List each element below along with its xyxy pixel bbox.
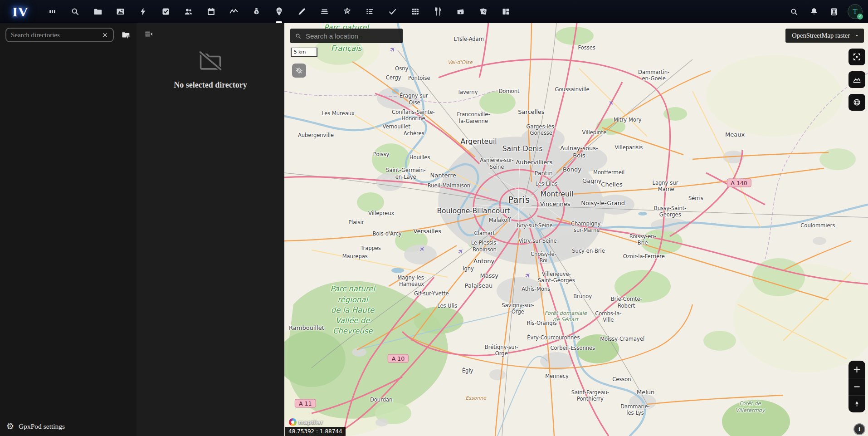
active-app-indicator xyxy=(276,21,282,23)
unified-search-icon[interactable] xyxy=(784,0,804,23)
active-app-indicator xyxy=(117,21,123,23)
directory-panel: No selected directory xyxy=(137,23,284,436)
app-notes-icon[interactable] xyxy=(290,0,313,23)
app-memories-icon[interactable] xyxy=(472,0,494,23)
app-photos-icon[interactable] xyxy=(109,0,132,23)
maptiler-wordmark: maptiler xyxy=(298,419,323,426)
app-deck-icon[interactable] xyxy=(313,0,336,23)
app-boards-icon[interactable] xyxy=(494,0,517,23)
active-app-indicator xyxy=(366,21,373,23)
app-contacts-icon[interactable] xyxy=(177,0,200,23)
attribution-info-icon[interactable]: i xyxy=(853,423,865,435)
contacts-menu-icon[interactable] xyxy=(824,0,844,23)
gpxpod-settings-button[interactable]: ⚙ GpxPod settings xyxy=(0,416,137,436)
zoom-out-icon[interactable] xyxy=(848,378,865,395)
active-app-indicator xyxy=(457,21,463,23)
zoom-in-icon[interactable] xyxy=(848,361,865,378)
collapse-sidebar-icon[interactable] xyxy=(143,29,155,40)
map-location-search xyxy=(290,29,403,43)
location-search-input[interactable] xyxy=(306,32,398,40)
zoom-controls xyxy=(848,361,865,412)
topbar: IV T ✓ xyxy=(0,0,868,23)
active-app-indicator xyxy=(94,21,101,23)
active-app-indicator xyxy=(412,21,418,23)
app-check-icon[interactable] xyxy=(381,0,404,23)
fullscreen-icon[interactable] xyxy=(848,49,865,65)
map-scale-bar: 5 km xyxy=(291,48,317,57)
active-app-indicator xyxy=(434,21,441,23)
empty-state: No selected directory xyxy=(137,49,284,90)
app-tables-icon[interactable] xyxy=(404,0,426,23)
active-app-indicator xyxy=(230,21,237,23)
locate-me-icon[interactable] xyxy=(292,64,306,78)
globe-3d-icon[interactable] xyxy=(848,94,865,111)
app-list-icon[interactable] xyxy=(358,0,381,23)
elevation-profile-icon[interactable] xyxy=(848,71,865,88)
active-app-indicator xyxy=(185,21,191,23)
active-app-indicator xyxy=(389,21,395,23)
app-search-icon[interactable] xyxy=(63,0,86,23)
layer-selector-dropdown[interactable]: OpenStreetMap raster xyxy=(785,29,864,43)
app-money-icon[interactable] xyxy=(449,0,472,23)
active-app-indicator xyxy=(298,21,305,23)
cursor-coordinates: 48.75392 : 1.88744 xyxy=(285,427,346,436)
compass-reset-icon[interactable] xyxy=(848,395,865,412)
user-avatar[interactable]: T ✓ xyxy=(848,4,863,19)
active-app-indicator xyxy=(208,21,214,23)
directory-search-input[interactable] xyxy=(11,31,100,39)
map-tiles xyxy=(284,23,868,436)
add-directory-icon[interactable] xyxy=(118,28,133,42)
search-icon xyxy=(295,33,302,39)
active-app-indicator xyxy=(72,21,78,23)
app-cospend-icon[interactable] xyxy=(245,0,268,23)
active-app-indicator xyxy=(344,21,350,23)
active-app-indicator xyxy=(321,21,327,23)
gear-icon: ⚙ xyxy=(6,422,14,431)
directory-search xyxy=(5,28,114,42)
maptiler-attribution[interactable]: maptiler xyxy=(289,418,323,426)
active-app-indicator xyxy=(162,21,169,23)
notifications-bell-icon[interactable] xyxy=(804,0,824,23)
online-status-badge: ✓ xyxy=(857,14,863,20)
app-files-icon[interactable] xyxy=(86,0,109,23)
gpxpod-settings-label: GpxPod settings xyxy=(19,422,65,431)
empty-state-title: No selected directory xyxy=(174,80,247,90)
active-app-indicator xyxy=(253,21,259,23)
chevron-down-icon xyxy=(854,33,859,38)
app-dashboard-icon[interactable] xyxy=(41,0,63,23)
sidebar: ⚙ GpxPod settings xyxy=(0,23,137,436)
app-menu xyxy=(41,0,517,23)
active-app-indicator xyxy=(502,21,509,23)
no-directory-icon xyxy=(197,49,224,72)
clear-search-icon[interactable] xyxy=(100,30,109,39)
app-calendar-icon[interactable] xyxy=(200,0,222,23)
app-activity-icon[interactable] xyxy=(132,0,154,23)
app-logo[interactable]: IV xyxy=(0,4,41,20)
app-cookbook-icon[interactable] xyxy=(426,0,449,23)
app-gpxpod-icon[interactable] xyxy=(268,0,290,23)
app-recognize-icon[interactable] xyxy=(336,0,358,23)
maptiler-logo-icon xyxy=(289,418,297,426)
app-tasks-icon[interactable] xyxy=(154,0,177,23)
app-analytics-icon[interactable] xyxy=(222,0,245,23)
active-app-indicator xyxy=(480,21,486,23)
topbar-right: T ✓ xyxy=(784,0,868,23)
active-app-indicator xyxy=(140,21,146,23)
layer-selected-label: OpenStreetMap raster xyxy=(792,32,850,39)
active-app-indicator xyxy=(49,21,55,23)
app-window: IV T ✓ ⚙ GpxPod setting xyxy=(0,0,868,436)
map-area[interactable]: Parc naturel du Vexin FrançaisVal-d'Oise… xyxy=(284,23,868,436)
